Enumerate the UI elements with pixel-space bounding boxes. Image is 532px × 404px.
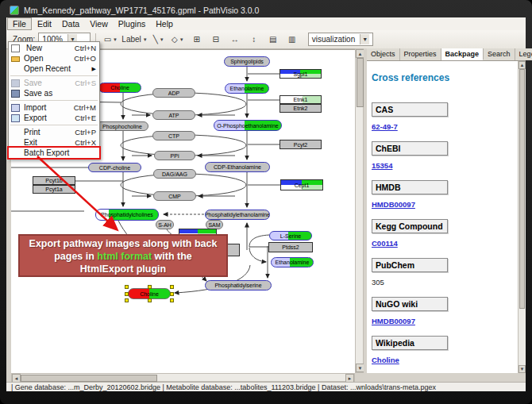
stack-horizontal-icon[interactable]: ▤ — [264, 32, 282, 48]
side-panel-tabs: ObjectsPropertiesBackpageSearchLegend — [367, 48, 526, 61]
metabolite-node-s-ah[interactable]: S-AH — [156, 220, 174, 229]
selection-handle[interactable] — [170, 298, 174, 302]
file-menu-item-batch-export[interactable]: Batch Export — [9, 148, 99, 158]
menubar-item-plugins[interactable]: Plugins — [114, 18, 150, 29]
gene-node-sgpl1[interactable]: Sgpl1 — [279, 69, 322, 79]
xref-header: ChEBI — [372, 141, 448, 156]
file-menu-item-save[interactable]: SaveCtrl+S — [9, 78, 99, 88]
line-tool-icon[interactable]: ╲▼ — [150, 32, 168, 48]
file-menu-item-exit[interactable]: ExitCtrl+X — [9, 137, 99, 148]
chevron-down-icon[interactable]: ▼ — [179, 37, 184, 42]
menubar-item-data[interactable]: Data — [57, 18, 84, 29]
metabolite-node-sphingolipids[interactable]: Sphingolipids — [224, 56, 270, 67]
metabolite-node-phosphatidylethanolamine[interactable]: Phosphatidylethanolamine — [205, 210, 270, 220]
menubar-item-edit[interactable]: Edit — [33, 18, 56, 29]
scrollbar-thumb[interactable] — [21, 375, 157, 382]
tab-objects[interactable]: Objects — [367, 48, 400, 60]
gene-node-ptdss2[interactable]: Ptdss2 — [268, 242, 313, 252]
selection-handle[interactable] — [125, 298, 129, 302]
file-menu-item-save-as[interactable]: Save as — [9, 88, 99, 98]
xref-section-pubchem: PubChem305 — [372, 258, 519, 287]
xref-link[interactable]: 62-49-7 — [372, 122, 519, 131]
metabolite-node-dag-aag[interactable]: DAG/AAG — [153, 169, 196, 179]
xref-link[interactable]: HMDB00097 — [372, 200, 519, 209]
scroll-down-icon[interactable]: ▼ — [519, 365, 526, 373]
menubar-item-help[interactable]: Help — [151, 18, 178, 29]
metabolite-node-phosphocholine[interactable]: Phosphocholine — [96, 121, 148, 131]
panel-scrollbar[interactable]: ▲ ▼ — [518, 61, 526, 373]
metabolite-node-cdp-ethanolamine[interactable]: CDP-Ethanolamine — [205, 162, 270, 172]
xref-link[interactable]: HMDB00097 — [372, 317, 519, 325]
xref-header: NuGO wiki — [372, 297, 448, 311]
metabolite-node-choline[interactable]: Choline — [128, 288, 171, 299]
chevron-down-icon[interactable]: ▼ — [160, 37, 164, 42]
datanode-tool-icon[interactable]: ▭▼ — [102, 32, 119, 48]
gene-node-pcyt1b[interactable]: Pcyt1b — [33, 176, 75, 185]
gene-node-pcyt1a[interactable]: Pcyt1a — [33, 185, 75, 194]
visualization-combobox[interactable]: visualization ▼ — [308, 33, 373, 46]
xref-link[interactable]: Choline — [372, 356, 519, 364]
file-menu-item-open[interactable]: OpenCtrl+O — [9, 53, 99, 63]
menu-separator — [10, 100, 98, 101]
file-menu-item-new[interactable]: NewCtrl+N — [9, 43, 99, 53]
tab-properties[interactable]: Properties — [400, 48, 441, 60]
metabolite-node-phosphatidylcholines[interactable]: Phosphatidylcholines — [95, 209, 159, 221]
gene-node-cept1[interactable]: Cept1 — [280, 179, 323, 190]
submenu-arrow-icon: ▶ — [92, 66, 96, 72]
tab-legend[interactable]: Legend — [515, 48, 532, 60]
metabolite-node-ethanolamine[interactable]: Ethanolamine — [225, 83, 269, 94]
metabolite-node-atp[interactable]: ATP — [152, 110, 195, 120]
scrollbar-thumb[interactable] — [519, 69, 525, 309]
gene-node-etnk1[interactable]: Etnk1 — [279, 95, 322, 104]
selection-handle[interactable] — [125, 285, 129, 289]
gene-node-etnk2[interactable]: Etnk2 — [279, 104, 322, 113]
metabolite-node-o-phosphoethanolamine[interactable]: O-Phosphoethanolamine — [214, 120, 282, 131]
xref-link[interactable]: C00114 — [372, 239, 519, 248]
metabolite-node-phosphatidylserine[interactable]: Phosphatidylserine — [205, 280, 272, 290]
xref-section-kegg-compound: Kegg CompoundC00114 — [372, 219, 519, 248]
metabolite-node-cmp[interactable]: CMP — [153, 191, 196, 201]
metabolite-node-cdp-choline[interactable]: CDP-choline — [88, 163, 141, 172]
metabolite-node-ethanolamine[interactable]: Ethanolamine — [271, 257, 314, 267]
title-bar[interactable]: Mm_Kennedy_pathway_WP1771_45176.gpml - P… — [6, 3, 526, 17]
canvas-horizontal-scrollbar[interactable]: ◄ ► — [11, 373, 355, 382]
metabolite-node-adp[interactable]: ADP — [152, 88, 195, 98]
menubar-item-file[interactable]: File — [7, 17, 32, 30]
selection-handle[interactable] — [148, 298, 152, 302]
canvas-vertical-scrollbar[interactable]: ▲ ▼ — [355, 48, 364, 373]
open-icon — [11, 56, 20, 62]
metabolite-node-choline[interactable]: Choline — [98, 83, 141, 93]
distribute-horizontal-icon[interactable]: ↔ — [226, 32, 244, 48]
scrollbar-thumb[interactable] — [357, 58, 364, 107]
selection-handle[interactable] — [170, 292, 174, 296]
xref-link[interactable]: 15354 — [372, 161, 519, 170]
align-middle-icon[interactable]: ⊟ — [207, 32, 225, 48]
tab-backpage[interactable]: Backpage — [441, 48, 484, 60]
xref-header: CAS — [372, 102, 448, 117]
chevron-down-icon[interactable]: ▼ — [360, 34, 369, 44]
stack-vertical-icon[interactable]: ▥ — [283, 32, 301, 48]
selection-handle[interactable] — [148, 285, 152, 289]
metabolite-node-l-serine[interactable]: L-Serine — [269, 231, 312, 240]
label-tool-icon[interactable]: Label▼ — [121, 32, 148, 48]
file-menu-item-import[interactable]: ImportCtrl+M — [9, 102, 99, 113]
chevron-down-icon[interactable]: ▼ — [113, 37, 118, 42]
metabolite-node-ctp[interactable]: CTP — [152, 131, 195, 140]
annotation-callout: Export pathway images along with back pa… — [18, 234, 228, 277]
menu-separator — [10, 125, 98, 125]
selection-handle[interactable] — [170, 285, 174, 289]
chevron-down-icon[interactable]: ▼ — [143, 37, 148, 42]
file-menu-item-print[interactable]: PrintCtrl+P — [9, 127, 99, 137]
selection-handle[interactable] — [125, 292, 129, 296]
connector-tool-icon[interactable]: ◇▼ — [169, 32, 187, 48]
metabolite-node-ppi[interactable]: PPi — [154, 151, 195, 160]
distribute-vertical-icon[interactable]: ↕ — [245, 32, 263, 48]
xref-header: Kegg Compound — [372, 219, 448, 233]
gene-node-pcyt2[interactable]: Pcyt2 — [279, 140, 322, 149]
file-menu-item-open-recent[interactable]: Open Recent▶ — [9, 63, 99, 74]
tab-search[interactable]: Search — [484, 48, 515, 60]
scroll-up-icon[interactable]: ▲ — [519, 61, 526, 69]
align-center-icon[interactable]: ⊞ — [188, 32, 206, 48]
file-menu-item-export[interactable]: ExportCtrl+E — [9, 113, 99, 123]
menubar-item-view[interactable]: View — [85, 18, 113, 29]
